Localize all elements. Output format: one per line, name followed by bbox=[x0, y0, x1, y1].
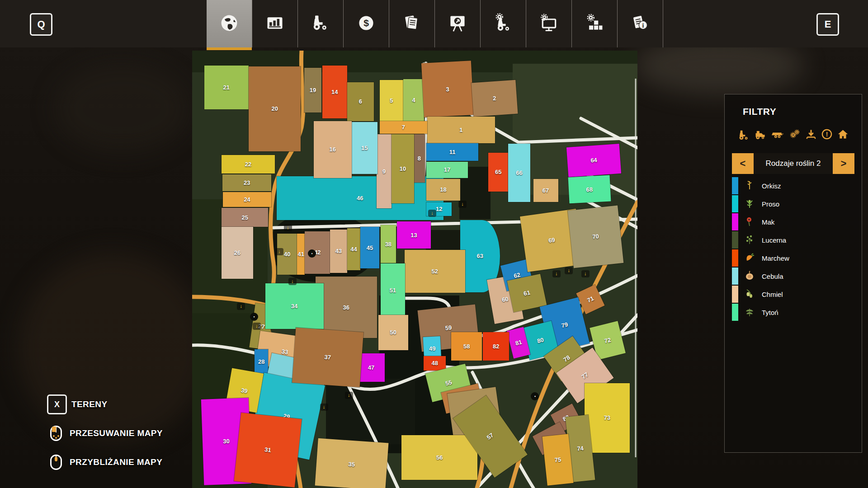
top-toolbar: Q $i E bbox=[0, 0, 868, 47]
pager-label[interactable]: Rodzaje roślin 2 bbox=[754, 153, 833, 174]
crop-label: Proso bbox=[762, 200, 779, 208]
tractor-icon[interactable] bbox=[736, 128, 749, 141]
tab-production[interactable] bbox=[434, 0, 480, 47]
shortcut-e-key[interactable]: E bbox=[816, 13, 839, 36]
control-hint: PRZYBLIŻANIE MAPY bbox=[47, 452, 163, 473]
control-hint-label: PRZESUWANIE MAPY bbox=[70, 428, 163, 438]
crop-legend: OrkiszProsoMakLucernaMarchewCebulaChmiel… bbox=[732, 177, 854, 321]
svg-text:$: $ bbox=[363, 18, 369, 28]
trailer-icon[interactable] bbox=[771, 128, 784, 141]
mouse-drag-icon bbox=[47, 426, 65, 441]
shortcut-q-key[interactable]: Q bbox=[30, 13, 52, 36]
home-icon[interactable] bbox=[837, 128, 849, 141]
legend-item-chmiel: Chmiel bbox=[732, 285, 854, 303]
x-keycap: X bbox=[47, 394, 67, 414]
crop-label: Orkisz bbox=[762, 182, 781, 190]
gears-icon[interactable] bbox=[788, 128, 801, 141]
poppy-icon bbox=[744, 216, 755, 228]
filters-title: FILTRY bbox=[743, 106, 862, 117]
help-info-icon: i bbox=[630, 13, 650, 35]
statistics-icon bbox=[265, 13, 285, 35]
alfalfa-icon bbox=[744, 235, 755, 246]
crop-label: Tytoń bbox=[762, 309, 778, 316]
download-icon[interactable] bbox=[805, 128, 817, 141]
pager-prev-button[interactable]: < bbox=[732, 153, 754, 174]
toolbar-tabs: $i bbox=[207, 0, 663, 47]
sell-station-icon[interactable]: ↓ bbox=[345, 392, 353, 399]
pager-next-button[interactable]: > bbox=[833, 153, 854, 174]
contracts-icon bbox=[402, 13, 422, 35]
background-field-glow-2 bbox=[54, 63, 190, 154]
tab-finances[interactable]: $ bbox=[343, 0, 389, 47]
onion-icon bbox=[744, 271, 755, 282]
tab-map-globe[interactable] bbox=[207, 0, 252, 47]
crop-color-swatch bbox=[732, 195, 738, 212]
svg-text:!: ! bbox=[826, 130, 828, 137]
legend-item-marchew: Marchew bbox=[732, 249, 854, 267]
legend-item-mak: Mak bbox=[732, 213, 854, 231]
crop-color-swatch bbox=[732, 286, 738, 303]
sell-station-icon[interactable]: ↓ bbox=[320, 404, 328, 411]
sell-station-icon[interactable]: ↓ bbox=[428, 210, 436, 217]
production-icon bbox=[448, 13, 467, 35]
crop-color-swatch bbox=[732, 213, 738, 230]
vehicles-icon bbox=[311, 13, 330, 35]
map-globe-icon bbox=[219, 13, 239, 35]
crop-label: Lucerna bbox=[762, 236, 786, 244]
millet-icon bbox=[744, 198, 755, 210]
sell-station-icon[interactable]: ↓ bbox=[237, 303, 245, 310]
legend-item-cebula: Cebula bbox=[732, 267, 854, 285]
tab-statistics[interactable] bbox=[252, 0, 297, 47]
legend-item-lucerna: Lucerna bbox=[732, 231, 854, 249]
crop-color-swatch bbox=[732, 267, 738, 285]
crop-color-swatch bbox=[732, 249, 738, 267]
filter-icons-row: ! bbox=[736, 128, 849, 141]
alert-icon[interactable]: ! bbox=[821, 128, 833, 141]
poi-icon[interactable]: ▪ bbox=[250, 313, 258, 321]
tab-vehicle-settings[interactable] bbox=[480, 0, 526, 47]
poi-icon[interactable]: ▪ bbox=[531, 392, 539, 400]
sell-station-icon[interactable]: ↓ bbox=[253, 323, 261, 330]
legend-item-tytoń: Tytoń bbox=[732, 303, 854, 321]
map-view[interactable]: 4663212019146543217111718891015166566676… bbox=[192, 51, 637, 488]
wheat-icon bbox=[744, 180, 755, 192]
control-hint-label: TERENY bbox=[71, 399, 107, 409]
poi-icon[interactable]: ▪ bbox=[308, 249, 316, 258]
sell-station-icon[interactable]: ↓ bbox=[565, 267, 573, 274]
control-hint-label: PRZYBLIŻANIE MAPY bbox=[70, 457, 162, 467]
vehicle-settings-icon bbox=[493, 13, 513, 35]
crop-color-swatch bbox=[732, 231, 738, 249]
harvester-icon[interactable] bbox=[753, 128, 767, 141]
sell-station-icon[interactable]: ↓ bbox=[581, 270, 590, 277]
map-pois-layer: ↓↓↓↓↓↓↓↓↓↓↓↓▪▪▪ bbox=[192, 51, 637, 488]
tobacco-icon bbox=[744, 307, 755, 318]
tab-contracts[interactable] bbox=[389, 0, 434, 47]
control-hint: PRZESUWANIE MAPY bbox=[47, 423, 163, 444]
legend-item-proso: Proso bbox=[732, 195, 854, 213]
tab-vehicles[interactable] bbox=[297, 0, 343, 47]
sell-station-icon[interactable]: ↓ bbox=[458, 201, 467, 208]
sell-station-icon[interactable]: ↓ bbox=[552, 270, 561, 277]
display-settings-icon bbox=[539, 13, 559, 35]
sell-station-icon[interactable]: ↓ bbox=[284, 224, 292, 231]
finances-icon: $ bbox=[356, 13, 376, 35]
legend-item-orkisz: Orkisz bbox=[732, 177, 854, 195]
control-hint: XTERENY bbox=[47, 394, 163, 415]
tab-help-info[interactable]: i bbox=[617, 0, 663, 47]
mouse-wheel-icon bbox=[47, 455, 65, 470]
filter-category-pager: < Rodzaje roślin 2 > bbox=[732, 153, 854, 174]
hops-icon bbox=[744, 289, 755, 300]
sell-station-icon[interactable]: ↓ bbox=[288, 278, 297, 285]
crop-label: Mak bbox=[762, 218, 774, 226]
crop-label: Cebula bbox=[762, 272, 783, 280]
svg-text:i: i bbox=[642, 22, 644, 29]
tab-display-settings[interactable] bbox=[526, 0, 571, 47]
filters-panel: FILTRY ! < Rodzaje roślin 2 > OrkiszPros… bbox=[724, 94, 862, 453]
crop-color-swatch bbox=[732, 304, 738, 321]
map-controls-legend: XTERENYPRZESUWANIE MAPYPRZYBLIŻANIE MAPY bbox=[47, 394, 163, 481]
sell-station-icon[interactable]: ↓ bbox=[275, 248, 283, 255]
game-settings-icon bbox=[585, 13, 604, 35]
carrot-icon bbox=[744, 253, 755, 264]
tab-game-settings[interactable] bbox=[571, 0, 617, 47]
crop-color-swatch bbox=[732, 177, 738, 194]
